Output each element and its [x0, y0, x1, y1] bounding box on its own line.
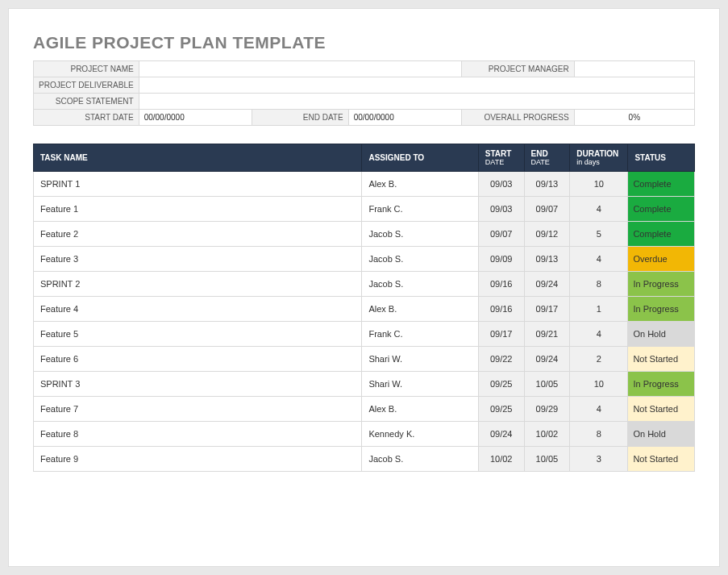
col-start-date: START DATE — [478, 144, 524, 172]
cell-status[interactable]: In Progress — [628, 297, 695, 322]
scope-value[interactable] — [139, 94, 694, 110]
cell-task[interactable]: Feature 5 — [34, 322, 362, 347]
cell-assigned[interactable]: Frank C. — [362, 322, 478, 347]
document-page: AGILE PROJECT PLAN TEMPLATE PROJECT NAME… — [8, 8, 720, 567]
cell-start-date[interactable]: 09/03 — [478, 197, 524, 222]
cell-duration[interactable]: 4 — [570, 247, 628, 272]
cell-duration[interactable]: 4 — [570, 397, 628, 422]
cell-start-date[interactable]: 09/17 — [478, 322, 524, 347]
cell-end-date[interactable]: 09/12 — [524, 222, 570, 247]
cell-status[interactable]: Complete — [628, 172, 695, 197]
cell-duration[interactable]: 10 — [570, 372, 628, 397]
cell-end-date[interactable]: 09/24 — [524, 272, 570, 297]
cell-task[interactable]: Feature 8 — [34, 422, 362, 447]
table-row: Feature 9Jacob S.10/0210/053Not Started — [34, 447, 695, 472]
table-row: SPRINT 2Jacob S.09/1609/248In Progress — [34, 272, 695, 297]
cell-assigned[interactable]: Kennedy K. — [362, 422, 478, 447]
end-date-value[interactable]: 00/00/0000 — [348, 110, 461, 126]
deliverable-label: PROJECT DELIVERABLE — [34, 77, 139, 94]
cell-duration[interactable]: 4 — [570, 322, 628, 347]
col-start-sub: DATE — [485, 158, 518, 166]
cell-task[interactable]: Feature 6 — [34, 347, 362, 372]
table-row: Feature 5Frank C.09/1709/214On Hold — [34, 322, 695, 347]
cell-start-date[interactable]: 09/25 — [478, 397, 524, 422]
cell-assigned[interactable]: Shari W. — [362, 372, 478, 397]
cell-duration[interactable]: 4 — [570, 197, 628, 222]
overall-progress-label: OVERALL PROGRESS — [461, 110, 574, 126]
table-row: Feature 2Jacob S.09/0709/125Complete — [34, 222, 695, 247]
project-manager-value[interactable] — [574, 61, 694, 77]
cell-duration[interactable]: 1 — [570, 297, 628, 322]
cell-end-date[interactable]: 09/17 — [524, 297, 570, 322]
cell-duration[interactable]: 2 — [570, 347, 628, 372]
cell-assigned[interactable]: Jacob S. — [362, 247, 478, 272]
cell-end-date[interactable]: 10/05 — [524, 447, 570, 472]
cell-start-date[interactable]: 09/03 — [478, 172, 524, 197]
cell-end-date[interactable]: 09/21 — [524, 322, 570, 347]
cell-assigned[interactable]: Alex B. — [362, 172, 478, 197]
cell-status[interactable]: In Progress — [628, 272, 695, 297]
task-table-header-row: TASK NAME ASSIGNED TO START DATE END DAT… — [34, 144, 695, 172]
cell-start-date[interactable]: 09/16 — [478, 272, 524, 297]
cell-status[interactable]: Not Started — [628, 447, 695, 472]
cell-end-date[interactable]: 09/29 — [524, 397, 570, 422]
task-table: TASK NAME ASSIGNED TO START DATE END DAT… — [33, 144, 695, 472]
cell-start-date[interactable]: 10/02 — [478, 447, 524, 472]
cell-assigned[interactable]: Jacob S. — [362, 447, 478, 472]
cell-duration[interactable]: 8 — [570, 272, 628, 297]
page-title: AGILE PROJECT PLAN TEMPLATE — [33, 33, 695, 52]
cell-task[interactable]: Feature 7 — [34, 397, 362, 422]
cell-status[interactable]: On Hold — [628, 322, 695, 347]
cell-status[interactable]: Complete — [628, 222, 695, 247]
cell-assigned[interactable]: Shari W. — [362, 347, 478, 372]
table-row: Feature 4Alex B.09/1609/171In Progress — [34, 297, 695, 322]
cell-end-date[interactable]: 10/05 — [524, 372, 570, 397]
scope-label: SCOPE STATEMENT — [34, 94, 139, 110]
start-date-value[interactable]: 00/00/0000 — [139, 110, 252, 126]
table-row: Feature 3Jacob S.09/0909/134Overdue — [34, 247, 695, 272]
cell-assigned[interactable]: Alex B. — [362, 297, 478, 322]
cell-start-date[interactable]: 09/16 — [478, 297, 524, 322]
cell-task[interactable]: Feature 4 — [34, 297, 362, 322]
cell-status[interactable]: Complete — [628, 197, 695, 222]
cell-end-date[interactable]: 09/07 — [524, 197, 570, 222]
cell-end-date[interactable]: 10/02 — [524, 422, 570, 447]
cell-end-date[interactable]: 09/13 — [524, 247, 570, 272]
cell-task[interactable]: Feature 9 — [34, 447, 362, 472]
cell-assigned[interactable]: Alex B. — [362, 397, 478, 422]
cell-status[interactable]: Overdue — [628, 247, 695, 272]
cell-task[interactable]: SPRINT 3 — [34, 372, 362, 397]
cell-end-date[interactable]: 09/13 — [524, 172, 570, 197]
cell-status[interactable]: Not Started — [628, 347, 695, 372]
project-name-value[interactable] — [139, 61, 461, 77]
cell-assigned[interactable]: Jacob S. — [362, 222, 478, 247]
cell-start-date[interactable]: 09/07 — [478, 222, 524, 247]
cell-end-date[interactable]: 09/24 — [524, 347, 570, 372]
cell-status[interactable]: On Hold — [628, 422, 695, 447]
cell-duration[interactable]: 8 — [570, 422, 628, 447]
cell-start-date[interactable]: 09/24 — [478, 422, 524, 447]
col-assigned: ASSIGNED TO — [362, 144, 478, 172]
cell-duration[interactable]: 5 — [570, 222, 628, 247]
cell-task[interactable]: Feature 2 — [34, 222, 362, 247]
cell-task[interactable]: SPRINT 2 — [34, 272, 362, 297]
cell-duration[interactable]: 3 — [570, 447, 628, 472]
col-duration-main: DURATION — [576, 149, 618, 158]
table-row: SPRINT 1Alex B.09/0309/1310Complete — [34, 172, 695, 197]
col-end-main: END — [531, 149, 548, 158]
cell-task[interactable]: Feature 1 — [34, 197, 362, 222]
cell-task[interactable]: SPRINT 1 — [34, 172, 362, 197]
cell-start-date[interactable]: 09/09 — [478, 247, 524, 272]
cell-start-date[interactable]: 09/22 — [478, 347, 524, 372]
col-duration-sub: in days — [576, 158, 621, 166]
cell-start-date[interactable]: 09/25 — [478, 372, 524, 397]
deliverable-value[interactable] — [139, 77, 694, 94]
cell-assigned[interactable]: Frank C. — [362, 197, 478, 222]
cell-duration[interactable]: 10 — [570, 172, 628, 197]
cell-status[interactable]: Not Started — [628, 397, 695, 422]
cell-status[interactable]: In Progress — [628, 372, 695, 397]
cell-assigned[interactable]: Jacob S. — [362, 272, 478, 297]
col-end-date: END DATE — [524, 144, 570, 172]
overall-progress-value[interactable]: 0% — [574, 110, 694, 126]
cell-task[interactable]: Feature 3 — [34, 247, 362, 272]
